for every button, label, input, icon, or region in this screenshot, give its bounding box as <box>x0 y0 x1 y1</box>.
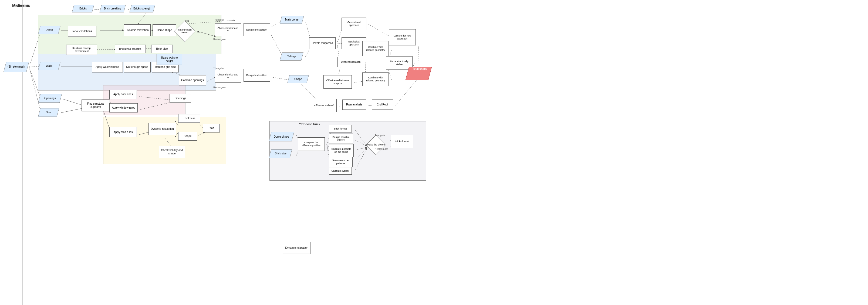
rain-analysis-node: Rain analysis <box>342 100 366 110</box>
brick-breaking-node: Brick breaking <box>99 5 126 12</box>
rectangular-bottom-label: Rectangular <box>375 148 388 150</box>
choose-brickshape-top-node: Choose brickshape ** <box>215 23 241 36</box>
cellings-node: Cellings <box>280 52 304 61</box>
divide-tessellation-node: Divide tessellation <box>338 57 364 67</box>
raise-walls-node: Raise walls to height <box>157 54 182 65</box>
bricks-node: Bricks <box>72 5 94 12</box>
dome-shape-top-node: Dome shape <box>153 24 176 36</box>
triangular-mid-label: Triangular <box>213 67 224 70</box>
svg-line-21 <box>61 108 83 113</box>
rectangular-mid-label: Rectangular <box>213 86 226 89</box>
triangular-bottom-label: Triangular <box>375 134 385 137</box>
find-structural-node: Find structural supports <box>82 100 110 111</box>
bricks-strength-node: Bricks strength <box>129 5 155 12</box>
design-brickpattern-mid-node: Design brickpattern <box>244 69 270 82</box>
geometrical-node: Geometrical approach <box>342 18 366 30</box>
dome-node: Dome <box>38 26 61 34</box>
brick-format-right-node: Brick format <box>329 125 352 133</box>
yes-label: Yes <box>185 20 189 22</box>
is-main-dome-diamond: Is it our main dome? <box>175 24 194 39</box>
svg-line-51 <box>418 47 418 68</box>
stoa-node: Stoa <box>38 108 59 117</box>
combine-relaxed-top-node: Combine with relaxed geometry <box>362 41 389 56</box>
openings-node: Openings <box>38 94 62 103</box>
compare-qualities-node: Compare the different qualities <box>298 137 325 151</box>
design-patterns-node: Design possible patterns <box>329 134 353 144</box>
bricklaying-node: Bricklaying concepts <box>115 45 146 53</box>
brick-size-bottom-node: Brick size <box>269 149 292 158</box>
brick-size-node: Brick size <box>151 45 173 53</box>
offset-2nd-roof-node: Offset as 2nd roof <box>311 99 337 112</box>
apply-window-node: Apply window rules <box>110 103 138 112</box>
thickness-node: Thickness <box>178 114 200 123</box>
design-brickpattern-top-node: Design brickpattern <box>244 23 270 36</box>
page-title: Midterms <box>12 3 30 8</box>
stoa-right-node: Stoa <box>203 124 220 133</box>
main-dome-node: Main dome <box>280 16 304 24</box>
structural-concept-node: structural concept development <box>66 45 97 55</box>
dynamic-relaxation-stoa-node: Dynamic relaxation <box>149 123 176 135</box>
choose-brick-label: **Choose brick <box>299 122 320 126</box>
new-tessellations-node: New tessilations <box>68 26 96 37</box>
offset-tessellation-node: Offset tessellation as muqarna <box>323 75 352 89</box>
combine-openings-node: Combine openings <box>179 75 206 85</box>
shape-node: Shape <box>287 75 309 83</box>
dynamic-relaxation-top-node: Dynamic relaxation <box>124 24 151 36</box>
choose-brickshape-mid-node: Choose brickshape ** <box>215 70 241 83</box>
second-roof-node: 2nd Roof <box>372 100 393 110</box>
apply-stoa-node: Apply stoa rules <box>110 127 137 137</box>
apply-wallthickness-node: Apply wallthickness <box>92 62 123 73</box>
simple-mesh-node: (Simple) mesh <box>3 62 29 72</box>
dynamic-relaxation-bottom-node: Dynamic relaxation <box>283 242 310 254</box>
svg-line-55 <box>396 78 418 106</box>
not-enough-node: Not enough space <box>124 62 151 73</box>
check-validity-node: Check validity and shape <box>159 146 185 158</box>
apply-door-node: Apply door rules <box>110 90 137 99</box>
combine-relaxed-mid-node: Combine with relaxed geometry <box>362 73 389 86</box>
calc-weight-node: Calculate weight <box>329 167 352 175</box>
no-label: No <box>197 30 200 33</box>
rectangular-top-label: Rectangular <box>213 38 226 40</box>
shape-stoa-node: Shape <box>178 132 197 141</box>
simulate-corner-node: Simulate corner patterns <box>329 157 352 167</box>
triangular-top-label: Triangular <box>213 18 224 21</box>
openings-right-node: Openings <box>169 94 191 103</box>
svg-line-20 <box>63 99 83 106</box>
lessons-node: Lessons for new approach <box>389 29 416 46</box>
calc-offcut-node: Calculate possible off-cut bricks <box>329 144 354 157</box>
walls-node: Walls <box>38 62 61 70</box>
canvas: Midterms <box>0 0 868 305</box>
develop-muqarnas-node: Develp muqarnas <box>309 37 336 49</box>
total-shape-node: Total shape <box>407 67 430 80</box>
dome-shape-bottom-node: Dome shape <box>269 132 294 141</box>
bricks-format-final-node: Bricks format <box>391 135 413 148</box>
